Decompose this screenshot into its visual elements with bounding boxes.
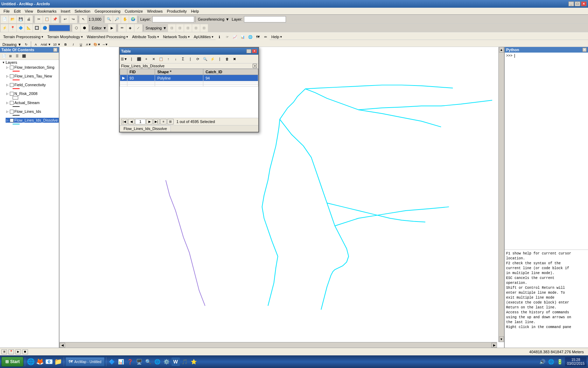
pointer-btn[interactable]: ↖ (79, 15, 87, 23)
flow-table-close-icon[interactable]: ✕ (253, 64, 257, 68)
table-field-calc-btn[interactable]: Σ (180, 55, 187, 62)
draw-btn[interactable]: ✏ (262, 33, 270, 41)
explorer-icon[interactable]: 📁 (54, 357, 62, 366)
table-add-col-btn[interactable]: + (143, 55, 150, 62)
menu-file[interactable]: File (1, 9, 12, 14)
tb2-btn2[interactable]: 📍 (9, 24, 16, 32)
info-btn[interactable]: ℹ (216, 33, 223, 41)
layer-actual-stream[interactable]: ▷ Actual_Stream (6, 100, 59, 105)
table-flash-btn[interactable]: ⚡ (209, 55, 216, 62)
table-minimize-btn[interactable]: _ (246, 49, 251, 53)
toc-btn1[interactable]: 📄 (1, 53, 7, 59)
exp6[interactable]: ▷ (6, 110, 10, 113)
table-clear-btn[interactable]: ✖ (231, 55, 238, 62)
layers-expander[interactable]: ▼ (2, 61, 6, 64)
zoom-out-btn[interactable]: 🔎 (113, 15, 121, 23)
ie-icon[interactable]: 🌐 (27, 357, 35, 366)
table-close-btn[interactable]: ✕ (252, 49, 257, 53)
redo-btn[interactable]: ↪ (69, 15, 77, 23)
app2-icon[interactable]: 📊 (117, 357, 125, 366)
zoom-in-btn[interactable]: 🔍 (105, 15, 113, 23)
save-btn[interactable]: 💾 (17, 15, 24, 23)
snap-square2[interactable]: □ (176, 24, 184, 32)
layer-flow-lines-ids[interactable]: ▷ Flow_Lines_Ids (6, 109, 59, 114)
hand-btn[interactable]: ☞ (223, 33, 231, 41)
menu-bookmarks[interactable]: Bookmarks (35, 9, 58, 14)
menu-insert[interactable]: Insert (58, 9, 72, 14)
table-row[interactable]: ▶ 93 Polyline 94 (120, 75, 258, 81)
status-nav1[interactable]: ⊞ (1, 349, 7, 354)
exp1[interactable]: ▷ (6, 66, 10, 69)
layers-root[interactable]: ▼ Layers (1, 60, 59, 65)
exp3[interactable]: ▷ (6, 83, 10, 87)
open-btn[interactable]: 📂 (9, 15, 16, 23)
chk-flow-lines-tau[interactable] (10, 74, 14, 78)
layer-input[interactable] (152, 16, 194, 22)
layer2-input[interactable] (244, 16, 286, 22)
app6-icon[interactable]: ⭐ (190, 357, 198, 366)
tb2-paste-btn[interactable]: ⬢ (80, 24, 88, 32)
python-close-btn[interactable]: ✕ (582, 48, 587, 52)
firefox-icon[interactable]: 🦊 (36, 357, 44, 366)
exp2[interactable]: ▷ (6, 75, 10, 78)
globe-btn[interactable]: 🌐 (246, 33, 254, 41)
print-btn[interactable]: 🖨 (25, 15, 33, 23)
menu-windows[interactable]: Windows (145, 9, 165, 14)
new-btn[interactable]: 📄 (1, 15, 8, 23)
snap-square3[interactable]: □ (184, 24, 192, 32)
chk-actual-stream[interactable] (10, 101, 14, 105)
arcmap-taskbar-btn[interactable]: 🗺 ArcMap - Untitled (65, 357, 104, 366)
chk-flow-lines-ids[interactable] (10, 110, 14, 114)
table-refresh-btn[interactable]: ⟳ (194, 55, 201, 62)
toc-btn3[interactable]: ☰ (14, 53, 20, 59)
tb2-pencil-btn[interactable]: ✏ (118, 24, 126, 32)
nav-view2-btn[interactable]: ⊞ (167, 119, 174, 124)
tb2-btn3[interactable]: 🔷 (17, 24, 24, 32)
table-select-btn[interactable]: ⬛ (135, 55, 142, 62)
nav-first-btn[interactable]: |◀ (121, 119, 127, 124)
tray-icon3[interactable]: 🔋 (556, 359, 564, 364)
map-scrollbar-horizontal[interactable]: ◀ ▶ (59, 342, 497, 348)
system-clock[interactable]: 15:28 03/02/2015 (565, 357, 587, 366)
search-taskbar-icon[interactable]: 🔍 (144, 357, 153, 366)
layer-flow-lines-ids-dissolve[interactable]: ▷ ✓ Flow_Lines_Ids_Dissolve (6, 118, 59, 123)
layer-flow-lines-tau[interactable]: ▷ Flow_Lines_Tau_New (6, 74, 59, 79)
col-fid[interactable]: FID (127, 69, 155, 75)
layer-field-connectivity[interactable]: ▷ Field_Connectivity (6, 82, 59, 87)
chk-n-risk[interactable] (10, 92, 14, 96)
app5-icon[interactable]: 🌐 (153, 357, 162, 366)
spotify-icon[interactable]: 🎵 (181, 357, 189, 366)
terrain-preprocessing-menu[interactable]: Terrain Preprocessing ▼ (1, 34, 46, 39)
maximize-button[interactable]: □ (575, 1, 580, 6)
menu-edit[interactable]: Edit (12, 9, 23, 14)
scroll-down-btn[interactable]: ▼ (499, 336, 504, 342)
chk-flow-intersection[interactable] (10, 66, 14, 69)
tb2-node-btn[interactable]: ◈ (126, 24, 134, 32)
exp4[interactable]: ▷ (6, 92, 10, 95)
nav-view1-btn[interactable]: ≡ (160, 119, 167, 124)
close-button[interactable]: ✕ (581, 1, 587, 6)
table-sort-desc-btn[interactable]: ↓ (172, 55, 179, 62)
tb2-line-btn[interactable]: ⟋ (134, 24, 142, 32)
status-nav3[interactable]: ▶ (15, 349, 21, 354)
app4-icon[interactable]: 🖥️ (135, 357, 144, 366)
settings-icon[interactable]: ⚙️ (162, 357, 171, 366)
table-del-btn[interactable]: ✕ (150, 55, 157, 62)
highlight-input[interactable] (49, 25, 70, 31)
pan-btn[interactable]: ✋ (121, 15, 129, 23)
map-scrollbar-vertical[interactable]: ▲ ▼ (498, 47, 504, 342)
nav-next-btn[interactable]: ▶ (146, 119, 153, 124)
nav-prev-btn[interactable]: ◀ (128, 119, 134, 124)
table-delete-row-btn[interactable]: 🗑 (224, 55, 231, 62)
copy-btn[interactable]: 📋 (43, 15, 51, 23)
menu-customize[interactable]: Customize (122, 9, 145, 14)
watershed-processing-menu[interactable]: Watershed Processing ▼ (85, 34, 130, 39)
tb2-copy-btn[interactable]: ⬡ (72, 24, 80, 32)
network-tools-menu[interactable]: Network Tools ▼ (161, 34, 192, 39)
table-copy-btn[interactable]: 📋 (158, 55, 164, 62)
menu-geoprocessing[interactable]: Geoprocessing (92, 9, 122, 14)
map-area[interactable]: Table _ ✕ ☰▼ | ⬛ + ✕ 📋 ↑ ↓ Σ | ⟳ 🔍 ⚡ (59, 47, 504, 348)
snap-square1[interactable]: □ (168, 24, 176, 32)
status-nav2[interactable]: 📍 (8, 349, 14, 354)
col-shape[interactable]: Shape * (155, 69, 203, 75)
